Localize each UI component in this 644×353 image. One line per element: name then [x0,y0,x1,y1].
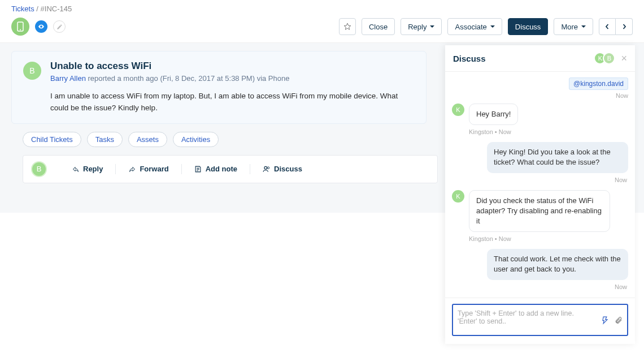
message-row: That could work. Let me check with the u… [452,249,628,279]
avatar: K [452,190,464,203]
avatar: K [452,104,464,116]
tab-assets[interactable]: Assets [128,132,167,147]
action-addnote-label: Add note [206,165,237,173]
chevron-down-icon [581,25,586,28]
chevron-down-icon [490,25,495,28]
discuss-input[interactable] [458,309,593,329]
svg-point-2 [264,166,267,169]
chevron-down-icon [430,25,434,28]
tab-activities[interactable]: Activities [173,132,219,147]
discuss-panel: Discuss K B × @kingston.david Now K Hey … [445,45,635,344]
message-meta: Kingston • Now [469,128,628,135]
message-bubble: Did you check the status of the WiFi ada… [469,190,610,233]
message-meta: Kingston • Now [469,235,628,242]
prev-button[interactable] [599,18,616,35]
tab-tasks[interactable]: Tasks [87,132,123,147]
agent-avatar: B [31,161,47,177]
toolbar: Close Reply Associate Discuss More [0,15,644,43]
reply-icon [72,166,80,173]
message-meta: Now [452,176,627,183]
star-button[interactable] [339,18,356,35]
discuss-input-area [445,298,635,344]
watcher-icon[interactable] [35,20,47,33]
reporter-link[interactable]: Barry Allen [50,74,86,83]
message-bubble: Hey Barry! [469,104,518,125]
close-icon[interactable]: × [621,53,627,63]
avatar: B [603,52,615,64]
action-discuss-label: Discuss [274,165,302,173]
next-button[interactable] [616,18,633,35]
divider [115,164,116,174]
breadcrumb: Tickets / #INC-145 [0,0,644,15]
discuss-panel-title: Discuss [453,54,597,63]
discuss-input-box[interactable] [452,304,628,336]
note-icon [194,165,202,173]
ticket-tabs: Child Tickets Tasks Assets Activities [11,124,427,155]
mention-chip[interactable]: @kingston.david [569,78,628,90]
message-bubble: Hey King! Did you take a look at the tic… [487,142,628,173]
svg-point-3 [267,167,269,169]
message-bubble: That could work. Let me check with the u… [487,249,628,279]
discuss-icon [263,165,271,173]
ticket-meta: Barry Allen reported a month ago (Fri, 8… [50,74,415,83]
close-button[interactable]: Close [362,18,395,35]
action-add-note[interactable]: Add note [189,165,243,173]
attachment-icon[interactable] [615,316,623,325]
tab-child-tickets[interactable]: Child Tickets [23,132,81,147]
message-row: K Hey Barry! [452,104,628,125]
associate-button[interactable]: Associate [447,18,502,35]
action-reply-label: Reply [83,165,103,173]
more-button[interactable]: More [554,18,593,35]
discuss-button[interactable]: Discuss [508,18,549,35]
reporter-avatar: B [23,62,41,80]
participant-avatars: K B [597,52,615,64]
message-row: K Did you check the status of the WiFi a… [452,190,628,233]
discuss-header: Discuss K B × [445,45,635,72]
pager [599,18,633,35]
message-meta: Now [452,283,627,290]
timestamp: Now [452,92,628,99]
device-icon [11,18,29,36]
svg-point-1 [20,29,21,31]
action-discuss[interactable]: Discuss [257,165,308,173]
edit-icon[interactable] [53,20,66,33]
associate-button-label: Associate [455,23,486,31]
breadcrumb-sep: / [36,5,38,13]
breadcrumb-id: #INC-145 [41,5,72,13]
ticket-meta-text: reported a month ago (Fri, 8 Dec, 2017 a… [86,74,290,83]
divider [250,164,250,174]
quick-action-icon[interactable] [601,316,609,325]
forward-icon [128,166,136,173]
ticket-title: Unable to access WiFi [50,61,415,72]
message-row: Hey King! Did you take a look at the tic… [452,142,628,173]
ticket-body: I am unable to access WiFi from my lapto… [50,91,415,114]
ticket-card: B Unable to access WiFi Barry Allen repo… [11,51,427,124]
action-forward[interactable]: Forward [123,165,174,173]
breadcrumb-root-link[interactable]: Tickets [11,5,34,13]
discuss-thread: @kingston.david Now K Hey Barry! Kingsto… [445,72,635,298]
reply-button-label: Reply [408,23,427,31]
divider [181,164,182,174]
action-reply[interactable]: Reply [66,165,108,173]
reply-button[interactable]: Reply [401,18,442,35]
action-forward-label: Forward [140,165,168,173]
more-button-label: More [561,23,578,31]
action-bar: B Reply Forward Add note Disc [23,155,438,183]
